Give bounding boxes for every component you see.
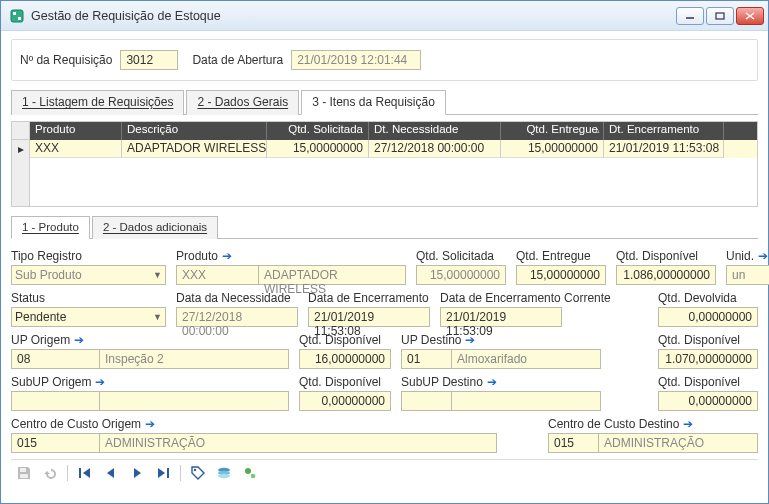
chevron-down-icon: ▼ <box>153 312 162 322</box>
maximize-button[interactable] <box>706 7 734 25</box>
gears-icon[interactable] <box>241 464 259 482</box>
cc-destino-label: Centro de Custo Destino <box>548 417 679 431</box>
svg-rect-14 <box>167 468 169 478</box>
lookup-arrow-icon[interactable]: ➔ <box>95 376 105 388</box>
svg-rect-2 <box>18 17 21 20</box>
table-row[interactable]: XXX ADAPTADOR WIRELESS 15,00000000 27/12… <box>30 140 757 158</box>
col-descricao[interactable]: Descrição <box>122 122 267 140</box>
form-panel: Tipo Registro Sub Produto▼ Produto➔ XXX … <box>11 245 758 453</box>
sort-asc-icon: ▵ <box>595 125 600 135</box>
qtd-disponivel-label: Qtd. Disponível <box>616 249 698 263</box>
subtab-produto[interactable]: 1 - Produto <box>11 216 90 239</box>
first-record-icon[interactable] <box>76 464 94 482</box>
data-encerr-field[interactable]: 21/01/2019 11:53:08 <box>308 307 430 327</box>
subup-origem-label: SubUP Origem <box>11 375 91 389</box>
cc-destino-code-field[interactable]: 015 <box>548 433 598 453</box>
lookup-arrow-icon[interactable]: ➔ <box>683 418 693 430</box>
data-encerr-corr-field[interactable]: 21/01/2019 11:53:09 <box>440 307 562 327</box>
up-destino-disp-field: 1.070,00000000 <box>658 349 758 369</box>
prev-record-icon[interactable] <box>102 464 120 482</box>
window-title: Gestão de Requisição de Estoque <box>31 9 676 23</box>
lookup-arrow-icon[interactable]: ➔ <box>74 334 84 346</box>
col-dt-encerramento[interactable]: Dt. Encerramento <box>604 122 724 140</box>
svg-marker-10 <box>83 468 90 478</box>
status-label: Status <box>11 291 45 305</box>
data-encerr-corr-label: Data de Encerramento Corrente <box>440 291 611 305</box>
lookup-arrow-icon[interactable]: ➔ <box>758 250 768 262</box>
svg-point-18 <box>218 473 230 477</box>
unid-label: Unid. <box>726 249 754 263</box>
tipo-registro-label: Tipo Registro <box>11 249 82 263</box>
subup-destino-label: SubUP Destino <box>401 375 483 389</box>
tipo-registro-select[interactable]: Sub Produto▼ <box>11 265 166 285</box>
produto-code-field[interactable]: XXX <box>176 265 258 285</box>
cc-origem-code-field[interactable]: 015 <box>11 433 99 453</box>
app-icon <box>9 8 25 24</box>
title-bar[interactable]: Gestão de Requisição de Estoque <box>1 1 768 31</box>
row-indicator-icon: ▸ <box>12 140 29 158</box>
header-panel: Nº da Requisição 3012 Data de Abertura 2… <box>11 39 758 81</box>
subup-destino-disp-label: Qtd. Disponível <box>658 375 740 389</box>
lookup-arrow-icon[interactable]: ➔ <box>222 250 232 262</box>
cc-origem-label: Centro de Custo Origem <box>11 417 141 431</box>
subup-origem-code-field[interactable] <box>11 391 99 411</box>
next-record-icon[interactable] <box>128 464 146 482</box>
subtab-adicionais[interactable]: 2 - Dados adicionais <box>92 216 218 239</box>
qtd-disponivel-field: 1.086,00000000 <box>616 265 716 285</box>
col-produto[interactable]: Produto <box>30 122 122 140</box>
req-no-label: Nº da Requisição <box>20 53 112 67</box>
up-origem-disp-label: Qtd. Disponível <box>299 333 381 347</box>
open-date-label: Data de Abertura <box>192 53 283 67</box>
qtd-entregue-field[interactable]: 15,00000000 <box>516 265 606 285</box>
main-tabs: 1 - Listagem de Requisições 2 - Dados Ge… <box>11 89 758 115</box>
up-origem-disp-field: 16,00000000 <box>299 349 391 369</box>
subup-destino-code-field[interactable] <box>401 391 451 411</box>
subup-origem-disp-field: 0,00000000 <box>299 391 391 411</box>
up-origem-label: UP Origem <box>11 333 70 347</box>
produto-desc-field: ADAPTADOR WIRELESS <box>258 265 406 285</box>
svg-point-19 <box>245 468 251 474</box>
minimize-button[interactable] <box>676 7 704 25</box>
data-necess-field[interactable]: 27/12/2018 00:00:00 <box>176 307 298 327</box>
save-icon[interactable] <box>15 464 33 482</box>
qtd-devolvida-field[interactable]: 0,00000000 <box>658 307 758 327</box>
tab-items[interactable]: 3 - Itens da Requisição <box>301 90 446 115</box>
up-origem-desc-field: Inspeção 2 <box>99 349 289 369</box>
stack-icon[interactable] <box>215 464 233 482</box>
tab-general[interactable]: 2 - Dados Gerais <box>186 90 299 115</box>
subup-origem-desc-field <box>99 391 289 411</box>
req-no-field[interactable]: 3012 <box>120 50 178 70</box>
record-toolbar <box>11 459 758 485</box>
qtd-entregue-label: Qtd. Entregue <box>516 249 591 263</box>
undo-icon[interactable] <box>41 464 59 482</box>
svg-rect-8 <box>20 474 28 478</box>
svg-marker-12 <box>134 468 141 478</box>
lookup-arrow-icon[interactable]: ➔ <box>487 376 497 388</box>
close-button[interactable] <box>736 7 764 25</box>
tab-listing[interactable]: 1 - Listagem de Requisições <box>11 90 184 115</box>
col-dt-necessidade[interactable]: Dt. Necessidade <box>369 122 501 140</box>
tag-icon[interactable] <box>189 464 207 482</box>
up-origem-code-field[interactable]: 08 <box>11 349 99 369</box>
unid-field[interactable]: un <box>726 265 769 285</box>
lookup-arrow-icon[interactable]: ➔ <box>465 334 475 346</box>
produto-label: Produto <box>176 249 218 263</box>
data-encerr-label: Data de Encerramento <box>308 291 429 305</box>
status-select[interactable]: Pendente▼ <box>11 307 166 327</box>
data-necess-label: Data da Necessidade <box>176 291 291 305</box>
svg-marker-11 <box>107 468 114 478</box>
last-record-icon[interactable] <box>154 464 172 482</box>
window-frame: Gestão de Requisição de Estoque Nº da Re… <box>0 0 769 504</box>
subup-origem-disp-label: Qtd. Disponível <box>299 375 381 389</box>
qtd-devolvida-label: Qtd. Devolvida <box>658 291 737 305</box>
up-destino-desc-field: Almoxarifado <box>451 349 601 369</box>
up-destino-code-field[interactable]: 01 <box>401 349 451 369</box>
col-qtd-entregue[interactable]: Qtd. Entregue▵ <box>501 122 604 140</box>
qtd-solicitada-field[interactable]: 15,00000000 <box>416 265 506 285</box>
svg-rect-1 <box>13 12 16 15</box>
cc-destino-desc-field: ADMINISTRAÇÃO <box>598 433 758 453</box>
col-qtd-solicitada[interactable]: Qtd. Solicitada <box>267 122 369 140</box>
grid-header[interactable]: Produto Descrição Qtd. Solicitada Dt. Ne… <box>30 122 757 140</box>
lookup-arrow-icon[interactable]: ➔ <box>145 418 155 430</box>
items-grid[interactable]: ▸ Produto Descrição Qtd. Solicitada Dt. … <box>11 121 758 207</box>
